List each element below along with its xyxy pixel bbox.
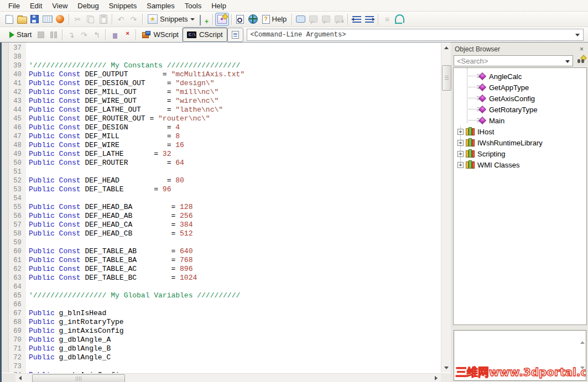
- selection-mode-button[interactable]: [294, 13, 307, 25]
- code-line-62[interactable]: 62Public Const DEF_TABLE_AC = 896: [9, 265, 440, 274]
- scroll-right-button[interactable]: [431, 374, 441, 382]
- tree-item-anglecalc[interactable]: AngleCalc: [454, 71, 586, 82]
- open-file-button[interactable]: [15, 13, 28, 25]
- expand-plus-icon[interactable]: +: [457, 129, 464, 135]
- stop-button[interactable]: [34, 29, 47, 41]
- code-line-50[interactable]: 50Public Const DEF_ROUTER = 64: [9, 159, 440, 168]
- copy-button[interactable]: [84, 13, 97, 25]
- find-in-document-button[interactable]: [234, 13, 247, 25]
- code-lines[interactable]: 373839'///////////////// My Constants //…: [9, 44, 440, 373]
- new-file-button[interactable]: [3, 13, 15, 25]
- previous-bookmark-button[interactable]: [307, 13, 320, 25]
- scroll-up-button[interactable]: [441, 43, 451, 53]
- scroll-up-button[interactable]: [580, 332, 585, 342]
- expand-plus-icon[interactable]: +: [457, 151, 464, 157]
- snippets-button[interactable]: ★ Snippets: [145, 13, 197, 25]
- tree-item-iwshruntimelibrary[interactable]: +IWshRuntimeLibrary: [454, 137, 586, 148]
- tree-item-scripting[interactable]: +Scripting: [454, 148, 586, 159]
- outdent-button[interactable]: [350, 13, 363, 25]
- web-search-button[interactable]: [247, 13, 259, 25]
- code-line-64[interactable]: 64: [9, 282, 440, 291]
- code-line-60[interactable]: 60Public Const DEF_TABLE_AB = 640: [9, 247, 440, 256]
- horizontal-scroll-thumb[interactable]: [32, 374, 125, 382]
- expand-plus-icon[interactable]: +: [457, 162, 464, 168]
- search-button[interactable]: [575, 55, 587, 66]
- undo-button[interactable]: ↶: [115, 13, 127, 25]
- start-button[interactable]: Start: [7, 29, 34, 41]
- paste-button[interactable]: [97, 13, 110, 25]
- menu-item-tools[interactable]: Tools: [180, 1, 206, 11]
- tree-item-ihost[interactable]: +IHost: [454, 126, 586, 137]
- keyboard-macro-button[interactable]: [41, 13, 54, 25]
- tree-item-wmi-classes[interactable]: +WMI Classes: [454, 159, 586, 170]
- clear-breakpoints-button[interactable]: ×: [121, 29, 133, 41]
- code-line-53[interactable]: 53Public Const DEF_TABLE = 96: [9, 185, 440, 194]
- menu-item-edit[interactable]: Edit: [25, 1, 47, 11]
- help-button[interactable]: ? Help: [259, 13, 290, 25]
- output-panel[interactable]: 三维网www.3dportal.cn: [454, 330, 586, 381]
- code-line-73[interactable]: 73: [9, 362, 440, 371]
- code-line-41[interactable]: 41Public Const DEF_DESIGN_OUT = "design\…: [9, 79, 440, 88]
- pause-button[interactable]: [47, 29, 60, 41]
- output-pane-button[interactable]: [227, 28, 243, 42]
- code-line-59[interactable]: 59: [9, 238, 440, 247]
- code-line-49[interactable]: 49Public Const DEF_LATHE = 32: [9, 150, 440, 159]
- code-line-70[interactable]: 70Public g_dblAngle_A: [9, 336, 440, 344]
- expand-plus-icon[interactable]: +: [457, 140, 464, 146]
- code-line-61[interactable]: 61Public Const DEF_TABLE_BA = 768: [9, 256, 440, 265]
- clear-bookmarks-button[interactable]: ×: [332, 13, 345, 25]
- close-panel-button[interactable]: ×: [577, 45, 586, 53]
- code-line-54[interactable]: 54: [9, 194, 440, 203]
- code-line-56[interactable]: 56Public Const DEF_HEAD_AB = 256: [9, 212, 440, 221]
- code-line-48[interactable]: 48Public Const DEF_WIRE = 16: [9, 141, 440, 150]
- command-line-arguments-combo[interactable]: <Command-Line Arguments>: [247, 29, 584, 41]
- code-line-69[interactable]: 69Public g_intAxisConfig: [9, 327, 440, 336]
- code-line-72[interactable]: 72Public g_dblAngle_C: [9, 353, 440, 362]
- code-line-71[interactable]: 71Public g_dblAngle_B: [9, 344, 440, 353]
- code-line-55[interactable]: 55Public Const DEF_HEAD_BA = 128: [9, 203, 440, 212]
- step-into-button[interactable]: ↴: [65, 29, 77, 41]
- format-code-button[interactable]: ✦: [215, 13, 229, 26]
- vertical-scroll-thumb[interactable]: [442, 65, 451, 91]
- menu-item-help[interactable]: Help: [206, 1, 231, 11]
- code-line-58[interactable]: 58Public Const DEF_HEAD_CB = 512: [9, 229, 440, 238]
- save-button[interactable]: [28, 13, 41, 25]
- vertical-scrollbar[interactable]: [441, 43, 451, 373]
- code-line-44[interactable]: 44Public Const DEF_LATHE_OUT = "lathe\nc…: [9, 106, 440, 114]
- redo-button[interactable]: ↷: [127, 13, 140, 25]
- code-line-46[interactable]: 46Public Const DEF_DESIGN = 4: [9, 123, 440, 132]
- tree-item-getaxisconfig[interactable]: GetAxisConfig: [454, 93, 586, 104]
- code-line-43[interactable]: 43Public Const DEF_WIRE_OUT = "wire\nc\": [9, 97, 440, 106]
- toggle-breakpoint-button[interactable]: [108, 29, 121, 41]
- tree-item-main[interactable]: Main: [454, 115, 586, 126]
- special-characters-button[interactable]: [393, 13, 406, 25]
- code-line-38[interactable]: 38: [9, 53, 440, 61]
- code-line-39[interactable]: 39'///////////////// My Constants //////…: [9, 61, 440, 70]
- wscript-button[interactable]: WScript: [138, 28, 183, 41]
- code-line-42[interactable]: 42Public Const DEF_MILL_OUT = "mill\nc\": [9, 88, 440, 97]
- code-line-66[interactable]: 66: [9, 300, 440, 309]
- code-line-45[interactable]: 45Public Const DEF_ROUTER_OUT = "router\…: [9, 114, 440, 123]
- scroll-down-button[interactable]: [441, 363, 451, 373]
- breakpoint-margin[interactable]: [2, 43, 9, 373]
- cscript-button[interactable]: CScript: [183, 28, 227, 42]
- menu-item-snippets[interactable]: Snippets: [104, 1, 142, 11]
- search-input[interactable]: <Search>: [454, 55, 573, 66]
- code-line-57[interactable]: 57Public Const DEF_HEAD_CA = 384: [9, 221, 440, 229]
- step-out-button[interactable]: ↰: [90, 29, 103, 41]
- code-line-68[interactable]: 68Public g_intRotaryType: [9, 318, 440, 327]
- code-line-63[interactable]: 63Public Const DEF_TABLE_BC = 1024: [9, 274, 440, 282]
- code-line-37[interactable]: 37: [9, 44, 440, 53]
- code-line-65[interactable]: 65'///////////////// My Global Variables…: [9, 291, 440, 300]
- tree-item-getapptype[interactable]: GetAppType: [454, 82, 586, 93]
- next-bookmark-button[interactable]: [320, 13, 332, 25]
- tree-item-getrotarytype[interactable]: GetRotaryType: [454, 104, 586, 115]
- code-line-67[interactable]: 67Public g_blnIsHead: [9, 309, 440, 318]
- menu-item-debug[interactable]: Debug: [72, 1, 103, 11]
- list-members-button[interactable]: ≡: [381, 13, 393, 25]
- step-over-button[interactable]: ↷: [77, 29, 90, 41]
- code-line-51[interactable]: 51: [9, 168, 440, 176]
- menu-item-samples[interactable]: Samples: [142, 1, 180, 11]
- code-line-47[interactable]: 47Public Const DEF_MILL = 8: [9, 132, 440, 141]
- record-button[interactable]: [54, 13, 66, 25]
